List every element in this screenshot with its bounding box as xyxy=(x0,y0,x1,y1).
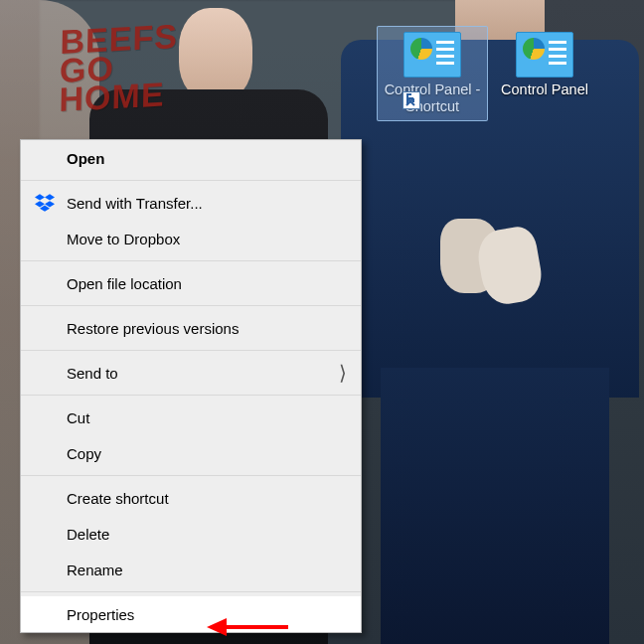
menu-item-send-to[interactable]: Send to ⟩ xyxy=(21,355,361,391)
svg-marker-0 xyxy=(35,194,45,200)
menu-item-label: Send to xyxy=(67,365,118,382)
menu-item-open-file-location[interactable]: Open file location xyxy=(21,265,361,301)
menu-item-delete[interactable]: Delete xyxy=(21,516,361,552)
desktop[interactable]: BEEFSGOHOME Control Panel - Shortcut Con… xyxy=(0,0,644,644)
menu-item-label: Create shortcut xyxy=(67,490,169,507)
menu-separator xyxy=(21,260,361,261)
submenu-arrow-icon: ⟩ xyxy=(339,361,347,385)
menu-item-label: Properties xyxy=(67,606,134,623)
background-graffiti-text: BEEFSGOHOME xyxy=(59,22,178,114)
menu-item-label: Copy xyxy=(67,445,101,462)
menu-item-label: Cut xyxy=(67,409,89,426)
menu-item-send-with-transfer[interactable]: Send with Transfer... xyxy=(21,185,361,221)
menu-item-properties[interactable]: Properties xyxy=(21,596,361,632)
desktop-icon-control-panel-shortcut[interactable]: Control Panel - Shortcut xyxy=(379,32,486,115)
desktop-icon-label: Control Panel xyxy=(491,81,598,98)
svg-marker-1 xyxy=(45,194,55,200)
control-panel-icon xyxy=(403,32,461,78)
dropbox-icon xyxy=(35,193,55,213)
menu-item-label: Open xyxy=(67,150,104,167)
menu-separator xyxy=(21,180,361,181)
menu-item-label: Move to Dropbox xyxy=(67,231,180,247)
menu-separator xyxy=(21,395,361,396)
menu-item-label: Delete xyxy=(67,526,109,543)
shortcut-overlay-icon xyxy=(402,91,420,109)
desktop-icon-control-panel[interactable]: Control Panel xyxy=(491,32,598,98)
menu-separator xyxy=(21,350,361,351)
menu-separator xyxy=(21,591,361,592)
menu-separator xyxy=(21,475,361,476)
menu-item-open[interactable]: Open xyxy=(21,140,361,176)
menu-item-create-shortcut[interactable]: Create shortcut xyxy=(21,480,361,516)
menu-item-label: Send with Transfer... xyxy=(67,195,203,212)
menu-item-copy[interactable]: Copy xyxy=(21,435,361,471)
menu-separator xyxy=(21,305,361,306)
menu-item-cut[interactable]: Cut xyxy=(21,400,361,435)
menu-item-label: Rename xyxy=(67,562,123,578)
menu-item-restore-previous-versions[interactable]: Restore previous versions xyxy=(21,310,361,346)
menu-item-label: Restore previous versions xyxy=(67,320,239,337)
control-panel-icon xyxy=(516,32,573,78)
menu-item-rename[interactable]: Rename xyxy=(21,552,361,587)
menu-item-label: Open file location xyxy=(67,275,182,292)
menu-item-move-to-dropbox[interactable]: Move to Dropbox xyxy=(21,221,361,256)
context-menu: Open Send with Transfer... Move to Dropb… xyxy=(20,139,362,633)
